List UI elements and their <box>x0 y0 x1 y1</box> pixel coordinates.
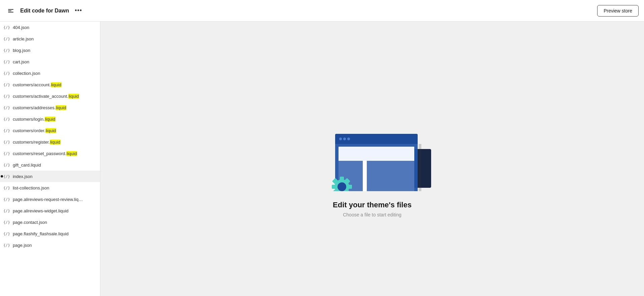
svg-rect-23 <box>339 147 414 161</box>
file-type-icon: {/} <box>3 186 10 190</box>
main-layout: {/}404.json{/}article.json{/}blog.json{/… <box>0 22 644 296</box>
file-item-cartjson[interactable]: {/}cart.json <box>0 56 100 67</box>
svg-rect-1 <box>8 10 11 11</box>
file-sidebar[interactable]: {/}404.json{/}article.json{/}blog.json{/… <box>0 22 100 296</box>
file-name-label: article.json <box>13 36 34 41</box>
file-name-label: collection.json <box>13 71 40 76</box>
file-name-label: page.contact.json <box>13 220 47 225</box>
file-type-icon: {/} <box>3 117 10 121</box>
file-name-label: customers/reset_password.liquid <box>13 151 77 156</box>
file-type-icon: {/} <box>3 37 10 41</box>
file-item-customersorder[interactable]: {/}customers/order.liquid <box>0 125 100 136</box>
file-name-label: customers/account.liquid <box>13 82 62 87</box>
svg-rect-18 <box>335 139 418 144</box>
file-item-customersactivate[interactable]: {/}customers/activate_account.liquid <box>0 90 100 102</box>
file-type-icon: {/} <box>3 94 10 98</box>
file-type-icon: {/} <box>3 106 10 110</box>
file-type-icon: {/} <box>3 71 10 76</box>
svg-rect-32 <box>332 185 336 189</box>
file-name-label: page.alireviews-widget.liquid <box>13 208 68 213</box>
file-name-label: customers/order.liquid <box>13 128 56 133</box>
active-indicator <box>1 175 3 178</box>
file-name-label: customers/login.liquid <box>13 117 56 122</box>
file-type-icon: {/} <box>3 243 10 247</box>
file-type-icon: {/} <box>3 209 10 213</box>
file-item-pagecontact[interactable]: {/}page.contact.json <box>0 216 100 228</box>
svg-point-19 <box>339 138 342 140</box>
file-item-customersreset[interactable]: {/}customers/reset_password.liquid <box>0 148 100 159</box>
svg-point-29 <box>337 182 346 191</box>
content-area: Edit your theme's files Choose a file to… <box>100 22 644 296</box>
file-item-customersaccount[interactable]: {/}customers/account.liquid <box>0 79 100 90</box>
file-type-icon: {/} <box>3 197 10 202</box>
file-type-icon: {/} <box>3 174 10 179</box>
svg-rect-33 <box>347 185 352 189</box>
file-item-pagealireviews1[interactable]: {/}page.alireviews-request-review.liq… <box>0 194 100 205</box>
page-title: Edit code for Dawn <box>20 8 69 14</box>
file-type-icon: {/} <box>3 128 10 133</box>
file-name-label: page.json <box>13 243 32 248</box>
file-item-customersaddresses[interactable]: {/}customers/addresses.liquid <box>0 102 100 113</box>
svg-rect-26 <box>363 161 366 191</box>
theme-illustration <box>301 100 443 193</box>
file-type-icon: {/} <box>3 83 10 87</box>
file-item-indexjson[interactable]: {/}index.json <box>0 171 100 182</box>
file-name-label: index.json <box>13 174 33 179</box>
svg-point-21 <box>347 138 350 140</box>
more-button[interactable]: ••• <box>73 5 84 16</box>
file-name-label: blog.json <box>13 48 30 53</box>
preview-store-button[interactable]: Preview store <box>597 5 639 17</box>
file-name-label: customers/addresses.liquid <box>13 105 67 110</box>
file-item-blogjson[interactable]: {/}blog.json <box>0 45 100 56</box>
file-item-listcollections[interactable]: {/}list-collections.json <box>0 182 100 194</box>
file-item-pageflashify[interactable]: {/}page.flashify_flashsale.liquid <box>0 228 100 239</box>
file-item-404json[interactable]: {/}404.json <box>0 22 100 33</box>
header-left: Edit code for Dawn ••• <box>5 5 597 16</box>
file-item-customerslogin[interactable]: {/}customers/login.liquid <box>0 113 100 125</box>
back-button[interactable] <box>5 5 16 16</box>
file-name-label: gift_card.liquid <box>13 162 41 168</box>
file-type-icon: {/} <box>3 232 10 236</box>
file-type-icon: {/} <box>3 25 10 30</box>
svg-rect-30 <box>340 177 344 181</box>
file-item-pagejson[interactable]: {/}page.json <box>0 239 100 251</box>
file-name-label: list-collections.json <box>13 185 49 190</box>
file-type-icon: {/} <box>3 220 10 225</box>
file-name-label: customers/register.liquid <box>13 140 61 145</box>
file-name-label: customers/activate_account.liquid <box>13 94 79 99</box>
file-name-label: 404.json <box>13 25 29 30</box>
file-item-giftcard[interactable]: {/}gift_card.liquid <box>0 159 100 171</box>
file-name-label: page.alireviews-request-review.liq… <box>13 197 83 202</box>
file-type-icon: {/} <box>3 140 10 144</box>
file-name-label: cart.json <box>13 59 29 64</box>
svg-rect-38 <box>419 144 421 191</box>
header: Edit code for Dawn ••• Preview store <box>0 0 644 22</box>
svg-point-20 <box>343 138 346 140</box>
file-item-customersregister[interactable]: {/}customers/register.liquid <box>0 136 100 148</box>
svg-rect-0 <box>8 9 13 10</box>
main-heading: Edit your theme's files <box>333 201 412 209</box>
sub-heading: Choose a file to start editing <box>343 212 401 217</box>
file-item-collectionjson[interactable]: {/}collection.json <box>0 67 100 79</box>
file-type-icon: {/} <box>3 163 10 167</box>
file-type-icon: {/} <box>3 151 10 156</box>
svg-rect-2 <box>8 12 13 12</box>
file-name-label: page.flashify_flashsale.liquid <box>13 231 69 236</box>
file-type-icon: {/} <box>3 60 10 64</box>
file-item-pagealireviews2[interactable]: {/}page.alireviews-widget.liquid <box>0 205 100 216</box>
svg-rect-25 <box>367 161 414 191</box>
file-type-icon: {/} <box>3 48 10 53</box>
file-item-articlejson[interactable]: {/}article.json <box>0 33 100 45</box>
